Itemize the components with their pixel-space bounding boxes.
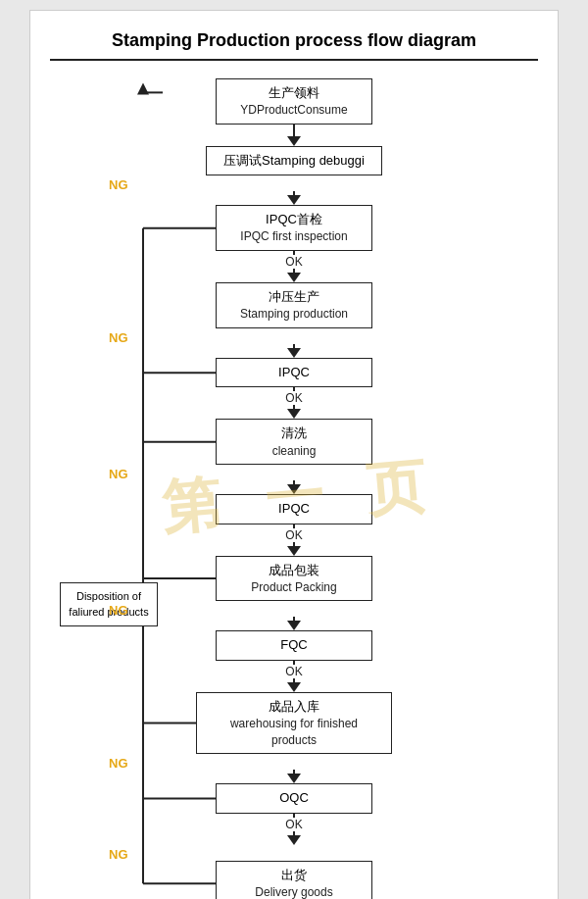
- box-step7: IPQC: [216, 494, 372, 524]
- step-4: 冲压生产 Stamping production: [216, 282, 372, 328]
- step9-zh: FQC: [228, 636, 360, 654]
- box-step2: 压调试Stamping debuggi: [206, 146, 382, 175]
- arrowhead-7: [287, 546, 301, 556]
- box-step11: OQC: [216, 783, 372, 813]
- step7-zh: IPQC: [228, 500, 360, 518]
- arrowhead-4: [287, 348, 301, 358]
- step6-zh: 清洗: [228, 425, 360, 442]
- arrow-7-8: OK: [285, 524, 302, 556]
- step-8: 成品包装 Product Packing: [216, 556, 372, 602]
- flow-diagram: 第 一 页 生产领料 YDProductConsume 压调试Stamping …: [50, 71, 538, 899]
- step5-zh: IPQC: [228, 364, 360, 381]
- arrowhead-1: [287, 136, 301, 146]
- arrowhead-11: [287, 835, 301, 845]
- ng-row-12: NG: [50, 845, 538, 861]
- step-10: 成品入库 warehousing for finished products: [196, 692, 392, 755]
- step-9: FQC: [216, 630, 372, 660]
- arrowhead-3: [287, 273, 301, 282]
- box-step4: 冲压生产 Stamping production: [216, 282, 372, 328]
- step-12: 出货 Delivery goods: [216, 861, 372, 899]
- box-step6: 清洗 cleaning: [216, 419, 372, 465]
- ok-3: OK: [285, 255, 302, 269]
- ng-label-12: NG: [109, 847, 128, 862]
- ok-7: OK: [285, 528, 302, 542]
- arrow-2-3: [287, 191, 301, 205]
- ng-label-5: NG: [109, 330, 128, 345]
- step-6: 清洗 cleaning: [216, 419, 372, 465]
- step-1: 生产领料 YDProductConsume: [216, 78, 372, 125]
- step4-zh: 冲压生产: [228, 288, 360, 306]
- step-3: IPQC首检 IPQC first inspection: [216, 205, 372, 251]
- page-title: Stamping Production process flow diagram: [50, 21, 538, 61]
- arrow-4-5: [287, 344, 301, 358]
- arrow-11-12: OK: [285, 814, 302, 845]
- page: Stamping Production process flow diagram…: [29, 10, 559, 899]
- arrowhead-6: [287, 484, 301, 494]
- step8-en: Product Packing: [228, 579, 360, 596]
- arrow-8-9: [287, 617, 301, 630]
- svg-marker-9: [137, 82, 149, 94]
- arrow-6-7: [287, 480, 301, 494]
- ng-row-5: NG: [50, 328, 538, 344]
- box-step9: FQC: [216, 630, 372, 660]
- arrow-5-6: OK: [285, 387, 302, 419]
- step-2: 压调试Stamping debuggi: [206, 146, 382, 175]
- ok-11: OK: [285, 818, 302, 831]
- ng-row-9: NG: [50, 601, 538, 617]
- step10-en: warehousing for finished products: [209, 716, 379, 749]
- box-step8: 成品包装 Product Packing: [216, 556, 372, 602]
- step3-en: IPQC first inspection: [228, 228, 360, 245]
- arrow-10-11: [287, 770, 301, 783]
- ng-label-9: NG: [109, 603, 128, 618]
- step1-zh: 生产领料: [228, 84, 360, 102]
- ng-label-7: NG: [109, 467, 128, 481]
- ok-5: OK: [285, 391, 302, 405]
- line-1: [293, 125, 295, 136]
- ng-row-3: NG: [50, 175, 538, 191]
- step3-zh: IPQC首检: [228, 211, 360, 228]
- arrow-1-2: [287, 125, 301, 146]
- ng-row-7: NG: [50, 465, 538, 480]
- arrowhead-5: [287, 409, 301, 419]
- box-step5: IPQC: [216, 358, 372, 387]
- arrowhead-9: [287, 682, 301, 692]
- arrow-3-4: OK: [285, 251, 302, 282]
- ok-9: OK: [285, 665, 302, 678]
- step12-en: Delivery goods: [228, 884, 360, 899]
- step1-en: YDProductConsume: [228, 102, 360, 119]
- ng-label-3: NG: [109, 177, 128, 192]
- arrowhead-10: [287, 774, 301, 783]
- arrow-9-10: OK: [285, 661, 302, 692]
- step12-zh: 出货: [228, 867, 360, 884]
- step-11: OQC: [216, 783, 372, 813]
- step-5: IPQC: [216, 358, 372, 387]
- ng-row-11: NG: [50, 754, 538, 770]
- step8-zh: 成品包装: [228, 562, 360, 579]
- step-7: IPQC: [216, 494, 372, 524]
- ng-label-11: NG: [109, 756, 128, 771]
- step6-en: cleaning: [228, 443, 360, 460]
- box-step12: 出货 Delivery goods: [216, 861, 372, 899]
- step4-en: Stamping production: [228, 306, 360, 323]
- arrowhead-8: [287, 621, 301, 630]
- arrowhead-2: [287, 195, 301, 205]
- box-step10: 成品入库 warehousing for finished products: [196, 692, 392, 755]
- step11-zh: OQC: [228, 789, 360, 807]
- step2-zh: 压调试Stamping debuggi: [219, 152, 369, 170]
- step10-zh: 成品入库: [209, 698, 379, 716]
- box-step3: IPQC首检 IPQC first inspection: [216, 205, 372, 251]
- box-step1: 生产领料 YDProductConsume: [216, 78, 372, 125]
